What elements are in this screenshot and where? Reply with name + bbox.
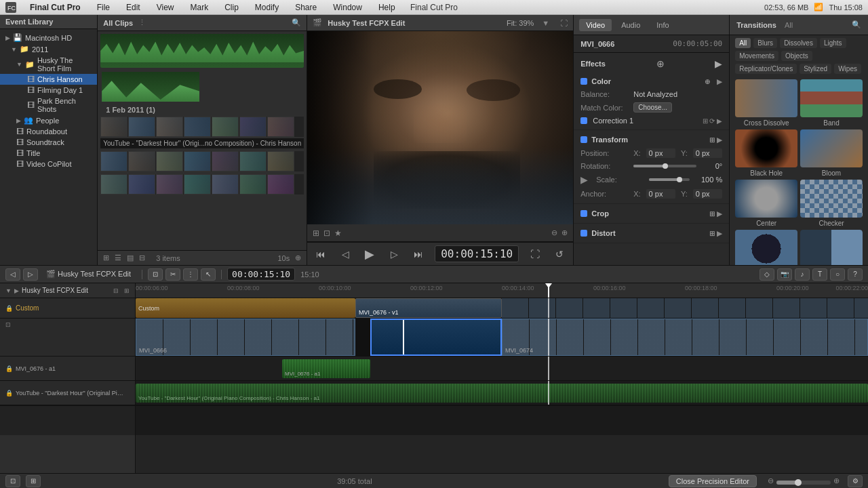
menu-modify[interactable]: Modify: [252, 1, 281, 14]
clip-transition-area[interactable]: [370, 319, 502, 356]
tree-item-macintosh[interactable]: ▶ 💾 Macintosh HD: [0, 32, 97, 43]
transitions-search-icon[interactable]: 🔍: [852, 20, 861, 29]
trans-item-circle[interactable]: Circle: [735, 230, 797, 265]
tb-back-button[interactable]: ◁: [5, 268, 20, 281]
clip-thumbnail-small-1[interactable]: [102, 72, 199, 102]
tb-music-button[interactable]: ♪: [795, 268, 810, 281]
clip-audio-youtube[interactable]: YouTube - "Darkest Hour" (Original Piano…: [136, 384, 868, 403]
effects-icon[interactable]: ★: [334, 228, 342, 238]
browser-toolbar-icon[interactable]: ▤: [127, 253, 134, 262]
menu-mark[interactable]: Mark: [188, 1, 212, 14]
track-header-primary[interactable]: ⊡: [0, 319, 135, 357]
trans-item-clock[interactable]: Clock: [800, 230, 863, 265]
menu-help[interactable]: Help: [376, 1, 398, 14]
tb-marker-button[interactable]: ◇: [760, 268, 774, 281]
filter-replicator[interactable]: Replicator/Clones: [735, 64, 797, 74]
search-icon[interactable]: 🔍: [292, 18, 301, 27]
clip-mvi0674[interactable]: MVI_0674: [502, 319, 868, 356]
close-precision-button[interactable]: Close Precision Editor: [669, 475, 757, 487]
go-to-end-button[interactable]: ⏭: [410, 246, 427, 262]
x-value[interactable]: 0 px: [646, 148, 675, 158]
trans-item-black-hole[interactable]: Black Hole: [735, 129, 797, 177]
filter-stylized[interactable]: Stylized: [800, 64, 831, 74]
filmstrip-row-1[interactable]: [100, 117, 304, 137]
track-header-custom[interactable]: 🔒 Custom: [0, 298, 135, 319]
browser-content[interactable]: 1 Feb 2011 (1) YouTube - "Darkest Hour" …: [98, 31, 307, 250]
step-back-button[interactable]: ◁: [337, 246, 353, 262]
filter-movements[interactable]: Movements: [735, 51, 778, 61]
tab-audio[interactable]: Audio: [614, 19, 647, 31]
tab-video[interactable]: Video: [579, 19, 612, 31]
tb-forward-button[interactable]: ▷: [23, 268, 38, 281]
tree-item-title[interactable]: 🎞 Title: [0, 148, 97, 159]
clip-right-fill[interactable]: [502, 298, 868, 318]
zoom-in-icon[interactable]: ⊕: [833, 476, 840, 485]
menu-clip[interactable]: Clip: [222, 1, 241, 14]
go-to-start-button[interactable]: ⏮: [313, 246, 329, 262]
crop-icons[interactable]: ⊞ ▶: [709, 210, 722, 218]
tb-title-button[interactable]: T: [812, 268, 827, 281]
track-header-mvi0676-a1[interactable]: 🔒 MVI_0676 - a1: [0, 357, 135, 381]
tb-question-button[interactable]: ?: [848, 268, 863, 281]
color-add-icon[interactable]: ⊕: [705, 78, 710, 85]
transform-icon[interactable]: ⊞: [313, 228, 319, 238]
y-value[interactable]: 0 px: [693, 148, 722, 158]
preview-video[interactable]: [307, 31, 573, 224]
footer-tb-2[interactable]: ⊞: [26, 475, 41, 487]
track-header-youtube[interactable]: 🔒 YouTube - "Darkest Hour" (Original Pia…: [0, 381, 135, 405]
tb-range-button[interactable]: ⋮: [183, 268, 198, 281]
trans-item-checker[interactable]: Checker: [800, 180, 863, 227]
event-tree[interactable]: ▶ 💾 Macintosh HD ▼ 📁 2011 ▼ 📁 Husky The …: [0, 29, 97, 265]
menu-share[interactable]: Share: [292, 1, 319, 14]
tree-item-soundtrack[interactable]: 🎞 Soundtrack: [0, 137, 97, 148]
tb-select-button[interactable]: ↖: [201, 268, 216, 281]
tree-item-people[interactable]: ▶ 👥 People: [0, 115, 97, 126]
clip-custom[interactable]: Custom: [136, 298, 355, 318]
menu-view[interactable]: View: [154, 1, 177, 14]
trans-item-bloom[interactable]: Bloom: [800, 129, 863, 177]
scale-slider[interactable]: [649, 178, 690, 181]
filter-dissolves[interactable]: Dissolves: [780, 38, 817, 48]
filter-wipes[interactable]: Wipes: [834, 64, 861, 74]
clip-thumbnail-large[interactable]: [100, 34, 304, 68]
color-section-header[interactable]: Color ⊕ ▶: [574, 75, 729, 88]
filter-blurs[interactable]: Blurs: [753, 38, 777, 48]
tab-info[interactable]: Info: [650, 19, 675, 31]
choose-button[interactable]: Choose...: [633, 102, 672, 113]
tree-item-filming-day[interactable]: 🎞 Filming Day 1: [0, 85, 97, 96]
zoom-out-icon[interactable]: ⊖: [768, 476, 774, 485]
track-content[interactable]: Custom MVI_0676 - v1 MVI_0666: [136, 298, 868, 473]
browser-toolbar-icon[interactable]: ⊟: [139, 253, 145, 262]
footer-settings[interactable]: ⚙: [848, 475, 863, 487]
rotation-slider[interactable]: [633, 165, 696, 167]
full-screen-icon[interactable]: ⛶: [560, 19, 568, 27]
filter-all[interactable]: All: [735, 38, 751, 48]
tree-item-husky[interactable]: ▼ 📁 Husky The Short Film: [0, 55, 97, 74]
anchor-x-value[interactable]: 0 px: [646, 189, 675, 199]
browser-toolbar-icon[interactable]: ⊞: [103, 253, 109, 262]
fit-dropdown-icon[interactable]: ▼: [542, 19, 549, 27]
loop-button[interactable]: ↺: [551, 246, 568, 262]
trans-item-cross-dissolve[interactable]: Cross Dissolve: [735, 79, 797, 127]
distort-section-header[interactable]: Distort ⊞ ▶: [574, 226, 729, 240]
clip-audio-mvi0676[interactable]: MVI_0676 - a1: [282, 359, 370, 378]
zoom-icon[interactable]: ⊕: [295, 253, 301, 262]
color-expand-icon[interactable]: ▶: [717, 78, 722, 85]
filmstrip-row-3[interactable]: [100, 174, 304, 195]
zoomout-icon[interactable]: ⊖: [551, 228, 557, 237]
tree-item-park-bench[interactable]: 🎞 Park Bench Shots: [0, 96, 97, 115]
menu-edit[interactable]: Edit: [123, 1, 143, 14]
clip-mvi0666[interactable]: MVI_0666: [136, 319, 355, 356]
tree-item-2011[interactable]: ▼ 📁 2011: [0, 43, 97, 55]
trans-item-band[interactable]: Band: [800, 79, 863, 127]
tb-snap-button[interactable]: ⊡: [148, 268, 163, 281]
zoom-slider[interactable]: [776, 481, 831, 485]
tb-camera-button[interactable]: 📷: [777, 268, 792, 281]
transform-icons[interactable]: ⊞ ▶: [709, 136, 722, 144]
fullscreen-button[interactable]: ⛶: [527, 246, 543, 262]
menu-window[interactable]: Window: [330, 1, 365, 14]
tree-item-chris-hanson[interactable]: 🎞 Chris Hanson: [0, 74, 97, 85]
step-forward-button[interactable]: ▷: [386, 246, 402, 262]
transform-section-header[interactable]: Transform ⊞ ▶: [574, 133, 729, 146]
tree-item-roundabout[interactable]: 🎞 Roundabout: [0, 126, 97, 137]
